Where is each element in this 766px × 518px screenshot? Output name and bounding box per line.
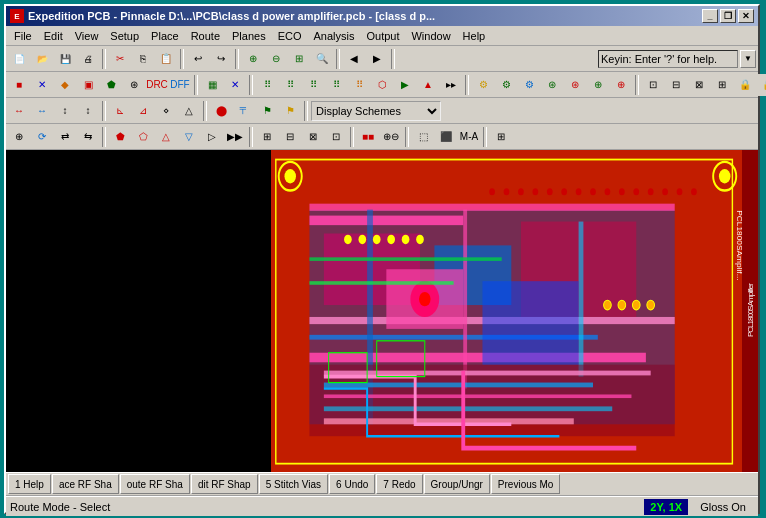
menu-item-window[interactable]: Window [405,28,456,44]
tb4-btn-10[interactable]: ▶▶ [224,126,246,148]
tb2-btn-8[interactable]: DFF [169,74,191,96]
tb4-btn-5[interactable]: ⬟ [109,126,131,148]
tb4-btn-2[interactable]: ⟳ [31,126,53,148]
tb4-btn-11[interactable]: ⊞ [256,126,278,148]
tb2-btn-6[interactable]: ⊛ [123,74,145,96]
menu-item-eco[interactable]: ECO [272,28,308,44]
tb2-btn-24[interactable]: ⊛ [564,74,586,96]
tb3-btn-3[interactable]: ↕ [54,100,76,122]
tb4-btn-17[interactable]: ⬚ [412,126,434,148]
tb2-btn-17[interactable]: ▶ [394,74,416,96]
tb2-btn-14[interactable]: ⠿ [325,74,347,96]
tb2-btn-16[interactable]: ⬡ [371,74,393,96]
tb2-btn-29[interactable]: ⊠ [688,74,710,96]
zoom-fit-button[interactable]: ⊞ [288,48,310,70]
bottom-btn-6[interactable]: 7 Redo [376,474,422,494]
menu-item-place[interactable]: Place [145,28,185,44]
tb3-btn-5[interactable]: ⊾ [109,100,131,122]
tb3-btn-8[interactable]: △ [178,100,200,122]
tb2-btn-9[interactable]: ▦ [201,74,223,96]
tb2-btn-15[interactable]: ⠿ [348,74,370,96]
tb3-btn-9[interactable]: ⬤ [210,100,232,122]
bottom-btn-0[interactable]: 1 Help [8,474,51,494]
bottom-btn-2[interactable]: oute RF Sha [120,474,190,494]
tb4-btn-9[interactable]: ▷ [201,126,223,148]
tb4-btn-6[interactable]: ⬠ [132,126,154,148]
cut-button[interactable]: ✂ [109,48,131,70]
tb2-btn-22[interactable]: ⚙ [518,74,540,96]
tb2-btn-20[interactable]: ⚙ [472,74,494,96]
menu-item-route[interactable]: Route [185,28,226,44]
undo-button[interactable]: ↩ [187,48,209,70]
zoom-in-button[interactable]: ⊕ [242,48,264,70]
display-schemes-select[interactable]: Display Schemes Default RF Power [311,101,441,121]
tb3-btn-11[interactable]: ⚑ [256,100,278,122]
close-button[interactable]: ✕ [738,9,754,23]
bottom-btn-7[interactable]: Group/Ungr [424,474,490,494]
copy-button[interactable]: ⎘ [132,48,154,70]
tb2-btn-11[interactable]: ⠿ [256,74,278,96]
prev-button[interactable]: ◀ [343,48,365,70]
menu-item-analysis[interactable]: Analysis [307,28,360,44]
tb2-btn-30[interactable]: ⊞ [711,74,733,96]
bottom-btn-4[interactable]: 5 Stitch Vias [259,474,328,494]
pcb-view[interactable]: PCL1800SAmplif... [271,150,742,472]
tb2-btn-7[interactable]: DRC [146,74,168,96]
tb3-btn-7[interactable]: ⋄ [155,100,177,122]
tb2-btn-12[interactable]: ⠿ [279,74,301,96]
save-button[interactable]: 💾 [54,48,76,70]
tb4-btn-18[interactable]: ⬛ [435,126,457,148]
paste-button[interactable]: 📋 [155,48,177,70]
next-button[interactable]: ▶ [366,48,388,70]
tb4-btn-13[interactable]: ⊠ [302,126,324,148]
tb2-btn-3[interactable]: ◆ [54,74,76,96]
tb3-btn-6[interactable]: ⊿ [132,100,154,122]
tb2-btn-31[interactable]: 🔒 [734,74,756,96]
tb3-btn-1[interactable]: ↔ [8,100,30,122]
tb2-btn-1[interactable]: ■ [8,74,30,96]
zoom-select-button[interactable]: 🔍 [311,48,333,70]
menu-item-setup[interactable]: Setup [104,28,145,44]
bottom-btn-1[interactable]: ace RF Sha [52,474,119,494]
tb3-btn-12[interactable]: ⚑ [279,100,301,122]
tb2-btn-2[interactable]: ✕ [31,74,53,96]
bottom-btn-8[interactable]: Previous Mo [491,474,561,494]
tb4-btn-20[interactable]: ⊞ [490,126,512,148]
tb2-btn-18[interactable]: ▲ [417,74,439,96]
tb4-btn-8[interactable]: ▽ [178,126,200,148]
tb3-btn-2[interactable]: ↔ [31,100,53,122]
menu-item-planes[interactable]: Planes [226,28,272,44]
tb4-btn-7[interactable]: △ [155,126,177,148]
tb2-btn-21[interactable]: ⚙ [495,74,517,96]
tb4-btn-1[interactable]: ⊕ [8,126,30,148]
tb4-btn-12[interactable]: ⊟ [279,126,301,148]
tb2-btn-26[interactable]: ⊕ [610,74,632,96]
tb2-btn-23[interactable]: ⊛ [541,74,563,96]
tb2-btn-28[interactable]: ⊟ [665,74,687,96]
print-button[interactable]: 🖨 [77,48,99,70]
new-button[interactable]: 📄 [8,48,30,70]
keyin-input[interactable] [598,50,738,68]
menu-item-output[interactable]: Output [360,28,405,44]
tb2-btn-13[interactable]: ⠿ [302,74,324,96]
zoom-out-button[interactable]: ⊖ [265,48,287,70]
tb4-btn-4[interactable]: ⇆ [77,126,99,148]
tb2-btn-10[interactable]: ✕ [224,74,246,96]
tb3-btn-10[interactable]: 〒 [233,100,255,122]
tb2-btn-19[interactable]: ▸▸ [440,74,462,96]
tb4-btn-16[interactable]: ⊕⊖ [380,126,402,148]
open-button[interactable]: 📂 [31,48,53,70]
tb2-btn-32[interactable]: 🔒 [757,74,766,96]
menu-item-file[interactable]: File [8,28,38,44]
tb2-btn-27[interactable]: ⊡ [642,74,664,96]
tb4-btn-15[interactable]: ■■ [357,126,379,148]
redo-button[interactable]: ↪ [210,48,232,70]
restore-button[interactable]: ❐ [720,9,736,23]
tb2-btn-5[interactable]: ⬟ [100,74,122,96]
keyin-dropdown[interactable]: ▼ [740,50,756,68]
minimize-button[interactable]: _ [702,9,718,23]
tb3-btn-4[interactable]: ↕ [77,100,99,122]
tb4-btn-3[interactable]: ⇄ [54,126,76,148]
tb4-btn-14[interactable]: ⊡ [325,126,347,148]
menu-item-edit[interactable]: Edit [38,28,69,44]
